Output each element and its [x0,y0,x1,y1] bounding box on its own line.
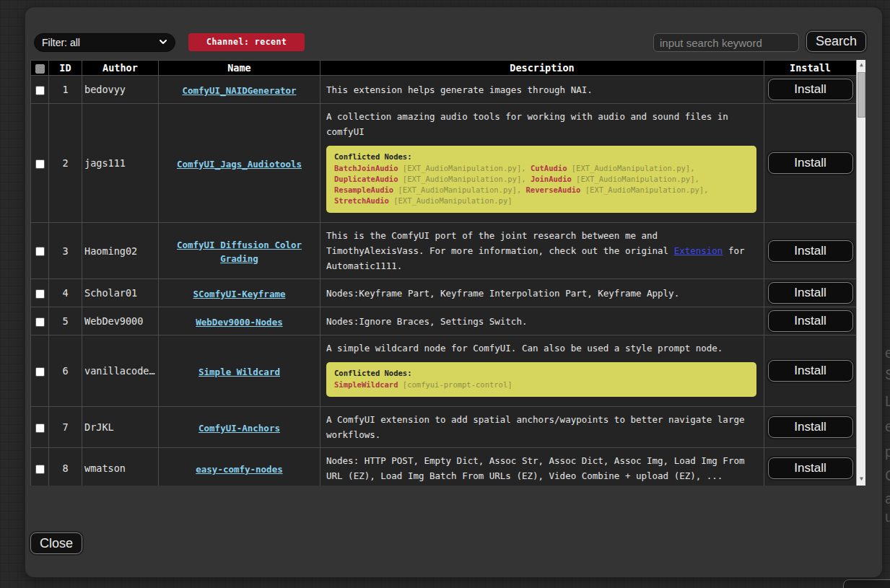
row-checkbox-cell [31,76,49,104]
header-description: Description [320,61,764,76]
background-text-fragment: e [885,345,890,361]
row-author: WebDev9000 [82,307,159,335]
background-text-fragment: u [885,509,890,525]
row-description: A collection amazing audio tools for wor… [326,109,758,139]
install-button[interactable]: Install [768,360,853,382]
select-all-checkbox[interactable] [35,64,45,74]
filter-select-wrap: Filter: all [34,33,175,52]
row-checkbox-cell [31,223,49,279]
install-button[interactable]: Install [768,240,853,262]
filter-select[interactable]: Filter: all [34,33,175,52]
table-row: 8wmatsoneasy-comfy-nodesNodes: HTTP POST… [31,448,857,486]
row-install-cell: Install [764,76,857,104]
extension-name-link[interactable]: SComfyUI-Keyframe [193,289,286,299]
extension-name-link[interactable]: ComfyUI_Jags_Audiotools [177,159,302,170]
conflict-box: Conflicted Nodes:SimpleWildcard [comfyui… [326,362,756,397]
row-description: This is the ComfyUI port of the joint re… [326,228,758,273]
header-author: Author [82,61,159,76]
row-description: Nodes:Keyframe Part, Keyframe Interpolat… [326,286,758,301]
install-button[interactable]: Install [768,152,853,174]
install-button[interactable]: Install [768,416,853,438]
row-author: Haoming02 [82,223,159,279]
extension-name-link[interactable]: WebDev9000-Nodes [196,317,282,328]
background-text-fragment: L [885,393,890,410]
row-name-cell: ComfyUI-Anchors [159,407,320,448]
extension-table: ID Author Name Description Install 1bedo… [30,60,856,486]
row-select-checkbox[interactable] [35,159,45,169]
row-description: Nodes:Ignore Braces, Settings Switch. [326,314,758,329]
table-row: 4Scholar01SComfyUI-KeyframeNodes:Keyfram… [31,279,857,307]
row-description-cell: Nodes:Ignore Braces, Settings Switch. [320,307,764,335]
row-select-checkbox[interactable] [35,424,45,433]
row-install-cell: Install [764,335,857,407]
scrollbar-thumb[interactable] [858,72,865,118]
row-id: 6 [49,335,82,407]
row-select-checkbox[interactable] [35,247,45,256]
table-row: 2jags111ComfyUI_Jags_AudiotoolsA collect… [31,104,857,223]
scroll-up-icon[interactable]: ▲ [857,60,866,70]
extension-name-link[interactable]: easy-comfy-nodes [196,464,282,475]
conflict-title: Conflicted Nodes: [334,152,749,161]
row-select-checkbox[interactable] [35,289,45,299]
conflict-title: Conflicted Nodes: [334,369,749,377]
table-row: 5WebDev9000WebDev9000-NodesNodes:Ignore … [31,307,857,335]
row-description-cell: A ComfyUI extension to add spatial ancho… [320,407,764,448]
background-text-fragment: C [885,468,890,484]
comfyui-page: { "toolbar": { "filter_value": "Filter: … [0,0,890,588]
row-id: 8 [49,448,82,486]
row-install-cell: Install [764,307,857,335]
channel-badge: Channel: recent [188,33,305,51]
table-scrollbar[interactable]: ▲ ▼ [856,60,865,486]
search-input[interactable] [653,33,799,52]
row-select-checkbox[interactable] [35,367,45,377]
install-button[interactable]: Install [768,457,853,479]
header-name: Name [159,61,320,76]
row-name-cell: SComfyUI-Keyframe [159,279,320,307]
search-button[interactable]: Search [806,31,866,52]
row-select-checkbox[interactable] [35,317,45,327]
close-button[interactable]: Close [30,532,82,554]
extension-name-link[interactable]: ComfyUI_NAIDGenerator [182,85,296,96]
row-description-cell: A collection amazing audio tools for wor… [320,104,764,223]
row-install-cell: Install [764,407,857,448]
conflict-box: Conflicted Nodes:BatchJoinAudio [EXT_Aud… [326,146,756,213]
row-author: DrJKL [82,407,159,448]
row-select-checkbox[interactable] [35,465,45,474]
row-name-cell: Simple Wildcard [159,335,320,407]
install-button[interactable]: Install [768,282,853,304]
row-id: 4 [49,279,82,307]
row-description-cell: Nodes:Keyframe Part, Keyframe Interpolat… [320,279,764,307]
header-id: ID [49,61,82,76]
header-checkbox-cell [31,61,49,76]
row-id: 5 [49,307,82,335]
row-install-cell: Install [764,104,857,223]
install-button[interactable]: Install [768,79,853,100]
extension-name-link[interactable]: ComfyUI-Anchors [198,423,280,434]
row-description-cell: This extension helps generate images thr… [320,76,764,104]
row-description-cell: A simple wildcard node for ComfyUI. Can … [320,335,764,407]
row-name-cell: ComfyUI_NAIDGenerator [159,76,320,104]
row-id: 2 [49,104,82,223]
extension-manager-dialog: Filter: all Channel: recent Search ID Au… [25,7,882,577]
table-row: 7DrJKLComfyUI-AnchorsA ComfyUI extension… [31,407,857,448]
table-header-row: ID Author Name Description Install [31,61,857,76]
header-install: Install [764,61,857,76]
row-install-cell: Install [764,223,857,279]
row-author: Scholar01 [82,279,159,307]
background-text-fragment: S [885,367,890,383]
scroll-down-icon[interactable]: ▼ [857,474,866,484]
row-author: jags111 [82,104,159,223]
install-button[interactable]: Install [768,310,853,332]
row-id: 7 [49,407,82,448]
description-link[interactable]: Extension [674,245,723,256]
background-text-fragment: p [885,444,890,460]
background-text-fragment: a [885,491,890,507]
background-button-fragment [843,579,890,588]
extension-name-link[interactable]: ComfyUI Diffusion Color Grading [177,240,302,264]
row-select-checkbox[interactable] [35,86,45,95]
background-text-fragment: e [885,418,890,435]
extension-name-link[interactable]: Simple Wildcard [198,367,280,377]
row-name-cell: easy-comfy-nodes [159,448,320,486]
row-description: A ComfyUI extension to add spatial ancho… [326,412,758,442]
row-author: vanillacode… [82,335,159,407]
